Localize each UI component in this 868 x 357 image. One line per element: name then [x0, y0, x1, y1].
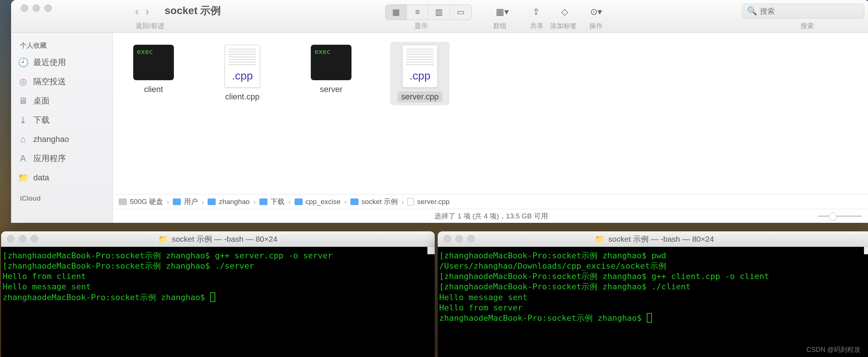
group-by-button[interactable]: ▦▾ — [496, 4, 509, 19]
zoom-window-button[interactable] — [467, 235, 475, 242]
file-name-label: server — [316, 84, 346, 95]
share-button[interactable]: ⇪ — [532, 4, 540, 19]
path-crumb-label: 500G 硬盘 — [130, 197, 163, 207]
sidebar-item-icon: ⤓ — [18, 115, 28, 125]
sidebar-item[interactable]: ⤓下载 — [11, 110, 112, 130]
terminal-titlebar: 📁socket 示例 — -bash — 80×24 — [1, 231, 435, 247]
path-separator: › — [287, 198, 292, 206]
view-gallery-mode[interactable]: ▭ — [450, 5, 471, 20]
window-title: socket 示例 — [165, 4, 221, 18]
minimize-window-button[interactable] — [19, 235, 26, 242]
file-grid[interactable]: clientclient.cppserverserver.cpp — [113, 33, 868, 194]
finder-toolbar: ‹ › socket 示例 返回/前进 ▦ ≡ ▥ ▭ 显示 ▦▾ 群组 ⇪ 共… — [11, 0, 868, 33]
tag-label: 添加标签 — [550, 21, 577, 30]
path-crumb[interactable]: zhanghao — [208, 198, 249, 206]
view-label: 显示 — [414, 21, 428, 30]
sidebar-item[interactable]: A应用程序 — [11, 149, 112, 168]
path-separator: › — [400, 198, 405, 206]
terminal-cursor — [647, 313, 652, 323]
scrollbar-corner — [864, 247, 868, 254]
search-field[interactable]: 🔍 — [742, 4, 864, 18]
sidebar-item[interactable]: 📁data — [11, 168, 112, 187]
exec-file-icon — [311, 45, 351, 80]
sidebar-section-icloud: iCloud — [11, 193, 112, 205]
file-item[interactable]: client.cpp — [213, 42, 272, 105]
terminal-window-server: 📁socket 示例 — -bash — 80×24 [zhanghaodeMa… — [1, 231, 435, 357]
zoom-window-button[interactable] — [44, 4, 52, 12]
sidebar-item-icon: A — [18, 153, 28, 164]
path-separator: › — [200, 198, 205, 206]
close-window-button[interactable] — [444, 235, 451, 242]
sidebar-item-label: zhanghao — [33, 135, 69, 144]
forward-button[interactable]: › — [145, 5, 149, 18]
folder-icon — [295, 198, 303, 205]
terminal-output[interactable]: [zhanghaodeMacBook-Pro:socket示例 zhanghao… — [438, 247, 868, 357]
zoom-window-button[interactable] — [31, 235, 38, 242]
path-crumb[interactable]: socket 示例 — [350, 197, 398, 207]
path-bar[interactable]: 500G 硬盘›用户›zhanghao›下载›cpp_excise›socket… — [113, 194, 868, 209]
terminal-titlebar: 📁socket 示例 — -bash — 80×24 — [438, 231, 868, 247]
terminal-title: socket 示例 — -bash — 80×24 — [608, 234, 714, 244]
sidebar-item-icon: 📁 — [18, 173, 28, 183]
file-item[interactable]: server.cpp — [390, 42, 450, 105]
path-crumb[interactable]: cpp_excise — [295, 198, 341, 206]
folder-icon — [407, 198, 414, 205]
path-crumb[interactable]: 500G 硬盘 — [119, 197, 163, 207]
sidebar-item-label: 应用程序 — [33, 153, 66, 164]
view-list-mode[interactable]: ≡ — [407, 5, 428, 20]
sidebar-item[interactable]: ⌂zhanghao — [11, 130, 112, 149]
minimize-window-button[interactable] — [33, 4, 40, 12]
folder-icon — [259, 198, 268, 205]
view-column-mode[interactable]: ▥ — [428, 5, 450, 20]
folder-icon: 📁 — [158, 235, 168, 244]
back-button[interactable]: ‹ — [135, 5, 139, 18]
sidebar-item-icon: 🖥 — [18, 96, 28, 106]
path-separator: › — [343, 198, 348, 206]
path-crumb[interactable]: 下载 — [259, 197, 285, 207]
sidebar-item-icon: 🕘 — [18, 57, 28, 68]
close-window-button[interactable] — [21, 4, 28, 12]
sidebar-item-label: 下载 — [33, 115, 50, 126]
group-label: 群组 — [493, 21, 507, 30]
file-name-label: client — [140, 84, 166, 95]
sidebar-section-favorites: 个人收藏 — [11, 40, 112, 53]
path-crumb[interactable]: server.cpp — [407, 198, 450, 206]
file-name-label: server.cpp — [397, 91, 443, 102]
terminal-output[interactable]: [zhanghaodeMacBook-Pro:socket示例 zhanghao… — [1, 247, 435, 357]
sidebar-item-icon: ⌂ — [18, 134, 28, 144]
action-label: 操作 — [589, 21, 603, 30]
path-crumb-label: zhanghao — [219, 198, 249, 206]
action-button[interactable]: ⊙▾ — [590, 4, 602, 19]
status-bar: 选择了 1 项 (共 4 项)，13.5 GB 可用 — [113, 209, 868, 223]
folder-icon — [208, 198, 216, 205]
path-crumb-label: server.cpp — [417, 198, 450, 206]
sidebar-item-label: 桌面 — [33, 95, 50, 106]
sidebar-item[interactable]: 🕘最近使用 — [11, 53, 112, 72]
path-crumb[interactable]: 用户 — [173, 197, 198, 207]
path-crumb-label: 下载 — [270, 197, 285, 207]
view-mode-switch[interactable]: ▦ ≡ ▥ ▭ — [385, 4, 472, 20]
path-crumb-label: 用户 — [184, 197, 198, 207]
sidebar-item[interactable]: 🖥桌面 — [11, 91, 112, 110]
minimize-window-button[interactable] — [455, 235, 463, 242]
sidebar-item-label: 最近使用 — [33, 57, 66, 68]
status-text: 选择了 1 项 (共 4 项)，13.5 GB 可用 — [434, 211, 548, 221]
folder-icon — [119, 198, 127, 205]
close-window-button[interactable] — [7, 235, 14, 242]
file-item[interactable]: server — [302, 42, 361, 98]
sidebar-item[interactable]: ◎隔空投送 — [11, 72, 112, 91]
view-icon-mode[interactable]: ▦ — [386, 5, 407, 20]
tag-button[interactable]: ◇ — [561, 4, 568, 19]
path-separator: › — [165, 198, 171, 206]
share-label: 共享 — [530, 21, 544, 30]
cpp-file-icon — [402, 45, 438, 88]
file-name-label: client.cpp — [222, 91, 263, 102]
terminal-cursor — [210, 292, 215, 302]
nav-label: 返回/前进 — [136, 21, 164, 30]
folder-icon: 📁 — [595, 235, 605, 244]
search-input[interactable] — [760, 7, 859, 16]
terminal-title: socket 示例 — -bash — 80×24 — [172, 234, 277, 244]
zoom-slider[interactable] — [818, 215, 862, 217]
path-crumb-label: socket 示例 — [361, 197, 398, 207]
file-item[interactable]: client — [124, 42, 183, 98]
